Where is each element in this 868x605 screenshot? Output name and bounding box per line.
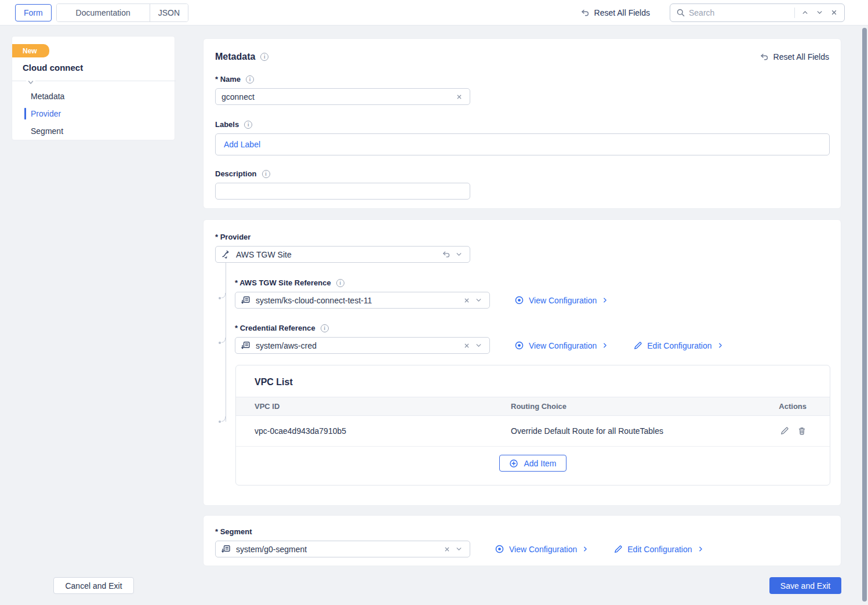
edit-pencil-icon (633, 341, 642, 350)
routing-choice-cell: Override Default Route for all RouteTabl… (511, 426, 774, 436)
search-input[interactable] (689, 8, 791, 17)
chevron-right-icon (697, 545, 704, 553)
segment-select[interactable]: system/g0-segment (215, 541, 470, 557)
topbar-right: Reset All Fields (580, 3, 845, 22)
search-close-button[interactable] (829, 7, 840, 18)
credential-reference-select[interactable]: system/aws-cred (235, 337, 490, 354)
labels-label: Labels (215, 120, 239, 129)
plus-circle-icon (509, 459, 518, 468)
provider-value: AWS TGW Site (236, 250, 438, 259)
info-icon[interactable]: i (244, 121, 252, 129)
vertical-scrollbar[interactable] (862, 28, 867, 602)
chevron-right-icon (601, 296, 609, 304)
clear-name-button[interactable] (455, 92, 464, 102)
tree-guide-line (226, 263, 226, 422)
credential-reference-value: system/aws-cred (256, 341, 462, 350)
info-icon[interactable]: i (260, 53, 268, 61)
credential-view-configuration-link[interactable]: View Configuration (514, 340, 609, 350)
sidebar-item-provider[interactable]: Provider (12, 105, 176, 122)
trash-icon (797, 426, 807, 436)
name-input[interactable] (221, 92, 455, 102)
cancel-and-exit-button[interactable]: Cancel and Exit (53, 577, 134, 594)
clear-tgw-reference-button[interactable] (462, 296, 471, 305)
credential-edit-configuration-link[interactable]: Edit Configuration (633, 340, 724, 350)
vpc-id-cell: vpc-0cae4d943da7910b5 (255, 426, 511, 436)
add-item-button[interactable]: Add Item (499, 455, 566, 472)
undo-icon (760, 52, 769, 61)
vpc-table-header: VPC ID Routing Choice Actions (236, 397, 830, 416)
sidebar-item-segment[interactable]: Segment (12, 122, 176, 140)
info-icon[interactable]: i (321, 324, 329, 332)
provider-section: * Provider AWS TGW Site * AWS TGW Site R… (203, 219, 841, 506)
column-header-routing-choice: Routing Choice (511, 402, 774, 411)
chevron-down-icon (816, 9, 823, 16)
chevron-down-icon[interactable] (454, 249, 464, 259)
chevron-right-icon (601, 342, 609, 349)
info-icon[interactable]: i (336, 279, 344, 287)
reset-all-fields-card-button[interactable]: Reset All Fields (760, 52, 829, 61)
view-icon (495, 544, 504, 554)
add-label-button[interactable]: Add Label (224, 140, 260, 149)
collapse-caret-icon[interactable] (26, 81, 35, 85)
provider-label: * Provider (215, 233, 250, 241)
edit-pencil-icon (780, 426, 789, 436)
reference-icon (241, 341, 250, 350)
tree-guide-dot (219, 342, 221, 344)
info-icon[interactable]: i (246, 75, 254, 84)
search-next-button[interactable] (814, 7, 825, 18)
tgw-view-configuration-link[interactable]: View Configuration (514, 295, 609, 305)
tgw-site-reference-label: * AWS TGW Site Reference (235, 278, 331, 287)
reference-icon (241, 296, 250, 305)
edit-row-button[interactable] (780, 426, 789, 436)
tab-form[interactable]: Form (15, 4, 52, 21)
search-prev-button[interactable] (800, 7, 811, 18)
sidebar-item-metadata[interactable]: Metadata (12, 88, 176, 105)
clear-segment-button[interactable] (442, 545, 452, 554)
undo-icon (580, 8, 590, 17)
name-label: * Name (215, 75, 241, 84)
undo-icon[interactable] (441, 249, 452, 260)
view-tabs: Form Documentation JSON (15, 3, 188, 22)
tab-group: Documentation JSON (56, 3, 188, 22)
view-icon (514, 295, 524, 305)
segment-edit-configuration-link[interactable]: Edit Configuration (613, 544, 704, 554)
chevron-down-icon[interactable] (474, 295, 484, 305)
close-icon (456, 93, 463, 100)
description-field[interactable] (215, 183, 470, 200)
chevron-up-icon (801, 9, 809, 16)
close-icon (830, 9, 838, 16)
tree-guide-dot (219, 421, 221, 423)
delete-row-button[interactable] (797, 426, 807, 436)
provider-select[interactable]: AWS TGW Site (215, 246, 470, 263)
tgw-site-reference-select[interactable]: system/ks-cloud-connect-test-11 (235, 292, 490, 309)
reset-all-fields-top-label: Reset All Fields (594, 8, 650, 17)
new-badge: New (12, 44, 49, 57)
search-box (670, 3, 845, 22)
reset-all-fields-card-label: Reset All Fields (773, 52, 829, 61)
description-input[interactable] (221, 187, 464, 196)
close-icon (463, 342, 470, 349)
credential-reference-label: * Credential Reference (235, 324, 315, 332)
info-icon[interactable]: i (262, 170, 270, 178)
tgw-site-reference-value: system/ks-cloud-connect-test-11 (256, 296, 462, 305)
labels-field[interactable]: Add Label (215, 133, 830, 155)
reset-all-fields-top-button[interactable]: Reset All Fields (580, 8, 650, 17)
chevron-down-icon[interactable] (474, 340, 484, 350)
chevron-right-icon (582, 545, 589, 553)
form-nav-sidebar: New Cloud connect Metadata Provider Segm… (12, 36, 175, 140)
tree-guide-elbow (221, 293, 226, 298)
chevron-down-icon[interactable] (454, 544, 464, 554)
segment-view-configuration-link[interactable]: View Configuration (495, 544, 589, 554)
name-field[interactable] (215, 88, 470, 105)
tab-json[interactable]: JSON (150, 4, 188, 21)
tab-documentation[interactable]: Documentation (57, 4, 150, 21)
tree-guide-elbow (221, 416, 226, 422)
segment-value: system/g0-segment (236, 545, 442, 554)
sidebar-nav: Metadata Provider Segment (12, 88, 176, 140)
vpc-list-card: VPC List VPC ID Routing Choice Actions v… (235, 365, 830, 486)
clear-credential-reference-button[interactable] (462, 341, 471, 350)
save-and-exit-button[interactable]: Save and Exit (769, 577, 841, 594)
segment-section: * Segment system/g0-segment View Configu (203, 515, 841, 566)
search-icon (676, 8, 685, 17)
object-title: Cloud connect (23, 63, 83, 73)
